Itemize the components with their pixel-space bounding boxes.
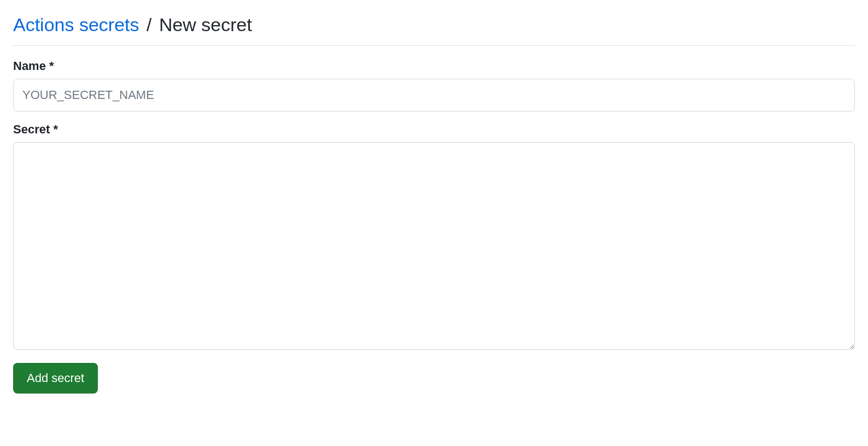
secret-textarea[interactable] (13, 142, 855, 350)
page-title: Actions secrets / New secret (13, 13, 855, 37)
breadcrumb-separator: / (146, 14, 151, 35)
breadcrumb-link-actions-secrets[interactable]: Actions secrets (13, 14, 139, 35)
page-subtitle: New secret (159, 14, 252, 35)
secret-label: Secret * (13, 122, 855, 137)
new-secret-form: Name * Secret * Add secret (13, 59, 855, 394)
page-header: Actions secrets / New secret (13, 13, 855, 46)
name-field-group: Name * (13, 59, 855, 112)
name-label: Name * (13, 59, 855, 73)
add-secret-button[interactable]: Add secret (13, 363, 98, 394)
name-input[interactable] (13, 79, 855, 112)
secret-field-group: Secret * (13, 122, 855, 352)
